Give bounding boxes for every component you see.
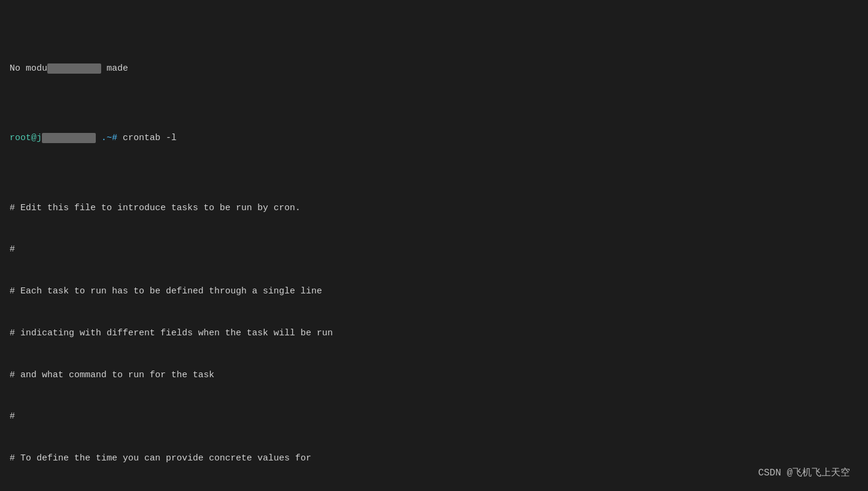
terminal-line: root@jxxxxxxxxxx .~# crontab -l [10, 131, 858, 145]
prompt-user: root@j [10, 133, 42, 143]
line-text: # Each task to run has to be defined thr… [10, 286, 322, 296]
command-text: crontab -l [117, 133, 177, 143]
terminal-line: # To define the time you can provide con… [10, 451, 858, 465]
watermark: CSDN @飞机飞上天空 [758, 466, 850, 479]
terminal-line: # Each task to run has to be defined thr… [10, 284, 858, 298]
terminal-line: # [10, 410, 858, 423]
line-text: made [101, 63, 128, 74]
terminal-line: # indicating with different fields when … [10, 326, 858, 340]
terminal-line: # [10, 243, 858, 256]
line-text: # [10, 244, 15, 254]
redacted-text: xxxxxxxxxx [47, 63, 101, 74]
redacted-hostname: xxxxxxxxxx [42, 133, 96, 143]
terminal-content: No moduxxxxxxxxxx made root@jxxxxxxxxxx … [10, 6, 858, 491]
terminal-line: No moduxxxxxxxxxx made [10, 62, 858, 75]
line-text: # and what command to run for the task [10, 370, 214, 380]
line-text: # indicating with different fields when … [10, 328, 333, 338]
prompt-path: .~# [96, 133, 117, 143]
line-text: # Edit this file to introduce tasks to b… [10, 203, 301, 213]
line-text: # [10, 411, 15, 422]
terminal-line: # Edit this file to introduce tasks to b… [10, 201, 858, 215]
terminal-line: # and what command to run for the task [10, 368, 858, 382]
line-text: No modu [10, 63, 47, 74]
line-text: # To define the time you can provide con… [10, 453, 311, 463]
terminal-window: No moduxxxxxxxxxx made root@jxxxxxxxxxx … [0, 0, 868, 491]
